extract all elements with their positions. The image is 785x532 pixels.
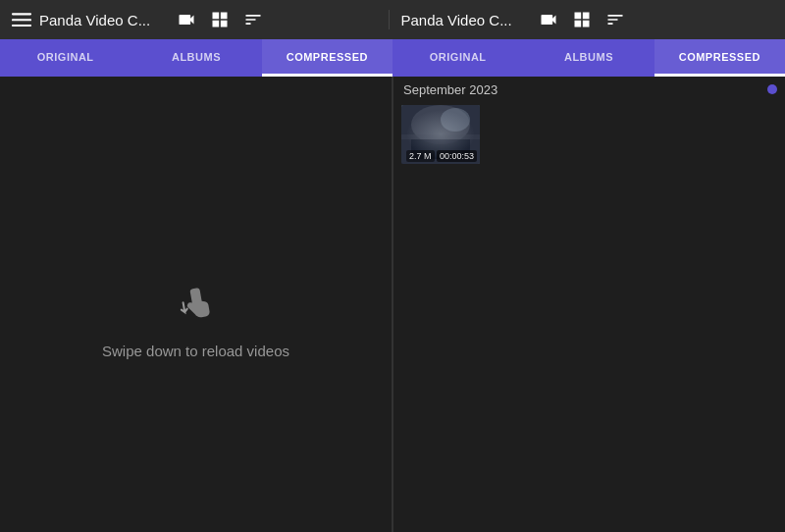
left-camera-icon[interactable] [177, 10, 196, 29]
left-panel: Swipe down to reload videos [0, 77, 392, 532]
right-camera-icon[interactable] [539, 10, 558, 29]
swipe-hint-text: Swipe down to reload videos [102, 343, 289, 359]
section-date-label: September 2023 [393, 77, 785, 101]
notification-dot [767, 84, 777, 94]
svg-rect-2 [12, 25, 31, 27]
right-top-icons [539, 10, 625, 29]
svg-rect-0 [12, 13, 31, 15]
left-grid-icon[interactable] [210, 10, 230, 29]
content-area: Swipe down to reload videos September 20… [0, 77, 785, 532]
left-top-icons [177, 10, 263, 29]
left-sort-icon[interactable] [243, 10, 263, 29]
top-navigation-bar: Panda Video C... Panda Video C... [0, 0, 785, 39]
video-size: 2.7 M [406, 150, 435, 162]
left-app-title: Panda Video C... [39, 12, 177, 28]
tab-original-right[interactable]: ORIGINAL [392, 39, 523, 77]
right-nav-section: Panda Video C... [389, 10, 778, 29]
right-tab-group: ORIGINAL ALBUMS COMPRESSED [392, 39, 785, 77]
right-panel: September 2023 2.7 M 00:00:53 [393, 77, 785, 532]
svg-point-6 [441, 108, 470, 132]
swipe-down-icon [170, 278, 222, 337]
tab-albums-right[interactable]: ALBUMS [523, 39, 654, 77]
tab-original-left[interactable]: ORIGINAL [0, 39, 131, 77]
svg-rect-7 [401, 134, 480, 139]
right-sort-icon[interactable] [605, 10, 625, 29]
tab-albums-left[interactable]: ALBUMS [131, 39, 261, 77]
svg-point-4 [411, 105, 470, 144]
video-metadata: 2.7 M 00:00:53 [403, 150, 480, 162]
tab-compressed-left[interactable]: COMPRESSED [262, 39, 392, 77]
tab-compressed-right[interactable]: COMPRESSED [654, 39, 785, 77]
video-duration: 00:00:53 [437, 150, 477, 162]
right-app-title: Panda Video C... [401, 12, 539, 28]
left-nav-section: Panda Video C... [8, 10, 389, 29]
hamburger-icon[interactable] [12, 10, 31, 29]
tab-bar: ORIGINAL ALBUMS COMPRESSED ORIGINAL ALBU… [0, 39, 785, 77]
right-grid-icon[interactable] [572, 10, 592, 29]
video-item[interactable]: 2.7 M 00:00:53 [401, 105, 480, 164]
swipe-hint: Swipe down to reload videos [102, 281, 289, 359]
video-grid: 2.7 M 00:00:53 [393, 101, 785, 172]
svg-rect-1 [12, 19, 31, 21]
left-tab-group: ORIGINAL ALBUMS COMPRESSED [0, 39, 392, 77]
